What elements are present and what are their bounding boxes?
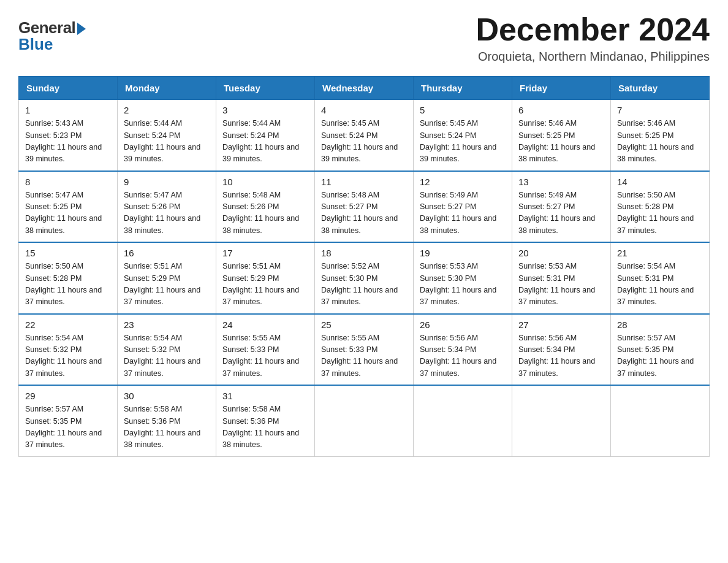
day-number: 12 [420,177,506,187]
day-info: Sunrise: 5:52 AM Sunset: 5:30 PM Dayligh… [321,261,407,308]
month-year-title: December 2024 [476,12,710,47]
day-info: Sunrise: 5:53 AM Sunset: 5:31 PM Dayligh… [518,261,604,308]
calendar-cell: 17 Sunrise: 5:51 AM Sunset: 5:29 PM Dayl… [216,242,315,314]
day-info: Sunrise: 5:49 AM Sunset: 5:27 PM Dayligh… [518,190,604,237]
logo: General Blue [18,18,86,54]
title-area: December 2024 Oroquieta, Northern Mindan… [476,12,710,64]
day-number: 5 [420,105,506,115]
day-info: Sunrise: 5:47 AM Sunset: 5:25 PM Dayligh… [25,190,111,237]
calendar-cell: 10 Sunrise: 5:48 AM Sunset: 5:26 PM Dayl… [216,171,315,243]
calendar-cell: 11 Sunrise: 5:48 AM Sunset: 5:27 PM Dayl… [315,171,414,243]
day-number: 6 [518,105,604,115]
day-info: Sunrise: 5:46 AM Sunset: 5:25 PM Dayligh… [617,118,703,166]
day-number: 10 [222,177,308,187]
day-number: 18 [321,248,407,258]
day-info: Sunrise: 5:57 AM Sunset: 5:35 PM Dayligh… [25,404,111,451]
logo-arrow-icon [77,23,86,35]
calendar-cell: 25 Sunrise: 5:55 AM Sunset: 5:33 PM Dayl… [315,314,414,386]
day-info: Sunrise: 5:46 AM Sunset: 5:25 PM Dayligh… [518,118,604,166]
calendar-cell: 30 Sunrise: 5:58 AM Sunset: 5:36 PM Dayl… [118,385,216,456]
page-header: General Blue December 2024 Oroquieta, No… [18,12,710,64]
day-info: Sunrise: 5:44 AM Sunset: 5:24 PM Dayligh… [222,118,308,166]
day-number: 16 [124,248,210,258]
calendar-cell: 19 Sunrise: 5:53 AM Sunset: 5:30 PM Dayl… [414,242,512,314]
calendar-cell: 22 Sunrise: 5:54 AM Sunset: 5:32 PM Dayl… [19,314,118,386]
day-number: 30 [124,391,210,401]
calendar-cell: 14 Sunrise: 5:50 AM Sunset: 5:28 PM Dayl… [611,171,710,243]
day-number: 29 [25,391,111,401]
day-info: Sunrise: 5:55 AM Sunset: 5:33 PM Dayligh… [222,332,308,380]
calendar-header-wednesday: Wednesday [315,77,414,100]
calendar-cell: 20 Sunrise: 5:53 AM Sunset: 5:31 PM Dayl… [512,242,611,314]
calendar-cell: 21 Sunrise: 5:54 AM Sunset: 5:31 PM Dayl… [611,242,710,314]
calendar-cell: 12 Sunrise: 5:49 AM Sunset: 5:27 PM Dayl… [414,171,512,243]
calendar-header-tuesday: Tuesday [216,77,315,100]
day-info: Sunrise: 5:58 AM Sunset: 5:36 PM Dayligh… [124,404,210,451]
day-info: Sunrise: 5:56 AM Sunset: 5:34 PM Dayligh… [518,332,604,380]
calendar-week-row: 29 Sunrise: 5:57 AM Sunset: 5:35 PM Dayl… [19,385,710,456]
day-number: 7 [617,105,703,115]
day-number: 14 [617,177,703,187]
calendar-header-sunday: Sunday [19,77,118,100]
day-info: Sunrise: 5:51 AM Sunset: 5:29 PM Dayligh… [124,261,210,308]
day-number: 2 [124,105,210,115]
day-info: Sunrise: 5:48 AM Sunset: 5:26 PM Dayligh… [222,190,308,237]
day-info: Sunrise: 5:44 AM Sunset: 5:24 PM Dayligh… [124,118,210,166]
calendar-cell: 31 Sunrise: 5:58 AM Sunset: 5:36 PM Dayl… [216,385,315,456]
day-number: 25 [321,320,407,330]
calendar-cell [315,385,414,456]
day-number: 27 [518,320,604,330]
day-number: 31 [222,391,308,401]
day-number: 17 [222,248,308,258]
calendar-cell: 18 Sunrise: 5:52 AM Sunset: 5:30 PM Dayl… [315,242,414,314]
day-number: 19 [420,248,506,258]
day-number: 23 [124,320,210,330]
day-info: Sunrise: 5:54 AM Sunset: 5:31 PM Dayligh… [617,261,703,308]
calendar-cell: 7 Sunrise: 5:46 AM Sunset: 5:25 PM Dayli… [611,100,710,171]
day-info: Sunrise: 5:53 AM Sunset: 5:30 PM Dayligh… [420,261,506,308]
day-number: 1 [25,105,111,115]
day-info: Sunrise: 5:50 AM Sunset: 5:28 PM Dayligh… [25,261,111,308]
calendar-cell: 24 Sunrise: 5:55 AM Sunset: 5:33 PM Dayl… [216,314,315,386]
calendar-cell: 23 Sunrise: 5:54 AM Sunset: 5:32 PM Dayl… [118,314,216,386]
day-info: Sunrise: 5:55 AM Sunset: 5:33 PM Dayligh… [321,332,407,380]
calendar-cell: 28 Sunrise: 5:57 AM Sunset: 5:35 PM Dayl… [611,314,710,386]
calendar-cell: 15 Sunrise: 5:50 AM Sunset: 5:28 PM Dayl… [19,242,118,314]
calendar-header-monday: Monday [118,77,216,100]
day-number: 13 [518,177,604,187]
calendar-cell [414,385,512,456]
calendar-cell: 2 Sunrise: 5:44 AM Sunset: 5:24 PM Dayli… [118,100,216,171]
day-number: 11 [321,177,407,187]
calendar-header-row: SundayMondayTuesdayWednesdayThursdayFrid… [19,77,710,100]
day-number: 8 [25,177,111,187]
day-number: 4 [321,105,407,115]
day-info: Sunrise: 5:54 AM Sunset: 5:32 PM Dayligh… [124,332,210,380]
day-number: 15 [25,248,111,258]
day-info: Sunrise: 5:47 AM Sunset: 5:26 PM Dayligh… [124,190,210,237]
calendar-cell: 9 Sunrise: 5:47 AM Sunset: 5:26 PM Dayli… [118,171,216,243]
calendar-header-friday: Friday [512,77,611,100]
day-number: 28 [617,320,703,330]
calendar-week-row: 1 Sunrise: 5:43 AM Sunset: 5:23 PM Dayli… [19,100,710,171]
calendar-cell: 8 Sunrise: 5:47 AM Sunset: 5:25 PM Dayli… [19,171,118,243]
day-number: 24 [222,320,308,330]
calendar-cell: 27 Sunrise: 5:56 AM Sunset: 5:34 PM Dayl… [512,314,611,386]
day-info: Sunrise: 5:56 AM Sunset: 5:34 PM Dayligh… [420,332,506,380]
day-info: Sunrise: 5:45 AM Sunset: 5:24 PM Dayligh… [321,118,407,166]
day-info: Sunrise: 5:49 AM Sunset: 5:27 PM Dayligh… [420,190,506,237]
day-info: Sunrise: 5:57 AM Sunset: 5:35 PM Dayligh… [617,332,703,380]
location-subtitle: Oroquieta, Northern Mindanao, Philippine… [476,50,710,64]
calendar-header-saturday: Saturday [611,77,710,100]
day-number: 20 [518,248,604,258]
calendar-cell [512,385,611,456]
calendar-cell: 6 Sunrise: 5:46 AM Sunset: 5:25 PM Dayli… [512,100,611,171]
calendar-cell: 13 Sunrise: 5:49 AM Sunset: 5:27 PM Dayl… [512,171,611,243]
calendar-cell: 29 Sunrise: 5:57 AM Sunset: 5:35 PM Dayl… [19,385,118,456]
day-info: Sunrise: 5:50 AM Sunset: 5:28 PM Dayligh… [617,190,703,237]
day-number: 9 [124,177,210,187]
calendar-cell: 26 Sunrise: 5:56 AM Sunset: 5:34 PM Dayl… [414,314,512,386]
day-info: Sunrise: 5:48 AM Sunset: 5:27 PM Dayligh… [321,190,407,237]
day-number: 21 [617,248,703,258]
day-number: 22 [25,320,111,330]
calendar-week-row: 8 Sunrise: 5:47 AM Sunset: 5:25 PM Dayli… [19,171,710,243]
